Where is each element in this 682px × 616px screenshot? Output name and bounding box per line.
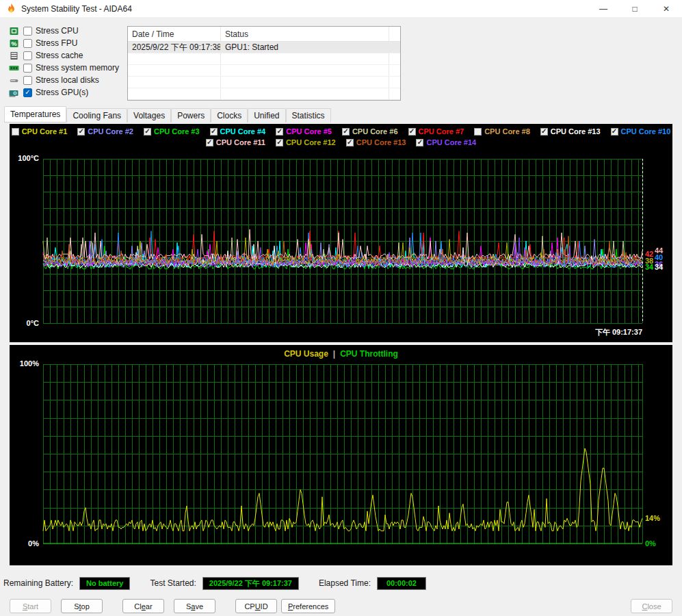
- legend-label: CPU Core #12: [286, 138, 336, 146]
- x-axis-time-label: 下午 09:17:37: [595, 328, 642, 336]
- legend-checkbox[interactable]: ✓: [408, 128, 416, 136]
- start-button[interactable]: Start: [10, 599, 51, 613]
- legend-item: ✓CPU Core #14: [416, 138, 476, 146]
- stress-checkbox[interactable]: [23, 27, 32, 36]
- tab-cooling-fans[interactable]: Cooling Fans: [66, 108, 127, 123]
- tab-voltages[interactable]: Voltages: [127, 108, 171, 123]
- fpu-icon: %: [8, 39, 20, 48]
- end-value-label: 14%: [645, 514, 660, 522]
- tab-statistics[interactable]: Statistics: [286, 108, 331, 123]
- save-button[interactable]: Save: [174, 599, 215, 613]
- legend-item: ✓CPU Core #10: [611, 127, 671, 136]
- preferences-button[interactable]: Preferences: [281, 599, 335, 613]
- stress-options-list: Stress CPU%Stress FPUStress cacheStress …: [8, 26, 119, 97]
- cpu-icon: [8, 27, 20, 36]
- cpu-usage-chart-panel: CPU Usage|CPU Throttling 100%0%14%0%: [10, 345, 672, 565]
- minimize-button[interactable]: —: [588, 0, 619, 17]
- legend-item: ✓CPU Core #7: [408, 127, 464, 136]
- tab-clocks[interactable]: Clocks: [211, 108, 248, 123]
- tab-strip: TemperaturesCooling FansVoltagesPowersCl…: [4, 107, 682, 123]
- legend-label: CPU Core #3: [154, 127, 200, 136]
- tab-temperatures[interactable]: Temperatures: [4, 106, 66, 123]
- end-value-label: 34: [655, 263, 664, 271]
- end-value-label: 0%: [645, 539, 656, 548]
- status-label: Test Started:: [150, 578, 196, 588]
- stress-option-label: Stress system memory: [36, 63, 119, 73]
- log-datetime: 2025/9/22 下午 09:17:38: [128, 42, 221, 53]
- stress-option-label: Stress local disks: [36, 75, 99, 85]
- legend-checkbox[interactable]: ✓: [77, 128, 85, 136]
- legend-label: CPU Core #1: [22, 127, 68, 136]
- stress-checkbox[interactable]: [23, 39, 32, 48]
- legend-checkbox[interactable]: ✓: [276, 139, 283, 146]
- event-log-header: Date / Time Status: [128, 27, 400, 42]
- stress-option-row: Stress system memory: [8, 63, 119, 73]
- close-window-button[interactable]: ✕: [651, 0, 682, 17]
- status-value-box: 00:00:02: [377, 577, 426, 590]
- legend-item: ✓CPU Core #3: [144, 127, 200, 136]
- cpu-usage-chart: 100%0%14%0%: [10, 345, 672, 565]
- tab-unified[interactable]: Unified: [248, 108, 285, 123]
- stress-option-row: Stress local disks: [8, 75, 119, 85]
- stress-checkbox[interactable]: [23, 64, 32, 73]
- legend-checkbox[interactable]: [474, 128, 482, 136]
- legend-checkbox[interactable]: ✓: [342, 128, 350, 136]
- status-value-box: 2025/9/22 下午 09:17:37: [202, 577, 299, 590]
- legend-label: CPU Core #14: [426, 138, 476, 146]
- app-flame-icon: [6, 3, 16, 14]
- stress-checkbox[interactable]: ✓: [23, 88, 32, 97]
- log-empty-cell: [389, 42, 400, 53]
- svg-text:%: %: [11, 40, 16, 47]
- legend-row-1: CPU Core #1✓CPU Core #2✓CPU Core #3✓CPU …: [10, 127, 672, 136]
- legend-checkbox[interactable]: ✓: [276, 128, 283, 136]
- stress-checkbox[interactable]: [23, 76, 32, 85]
- legend-label: CPU Core #13: [356, 138, 406, 146]
- event-log-table: Date / Time Status 2025/9/22 下午 09:17:38…: [127, 26, 401, 101]
- button-row: StartStopClearSaveCPUIDPreferencesClose: [10, 599, 672, 613]
- stress-checkbox[interactable]: [23, 51, 32, 60]
- event-log-body: 2025/9/22 下午 09:17:38GPU1: Started: [128, 42, 400, 100]
- legend-label: CPU Core #4: [220, 127, 266, 136]
- legend-item: ✓CPU Core #4: [210, 127, 266, 136]
- cache-icon: [8, 51, 20, 60]
- y-axis-bottom-label: 0%: [28, 539, 39, 548]
- legend-checkbox[interactable]: ✓: [540, 128, 548, 136]
- legend-checkbox[interactable]: ✓: [206, 139, 213, 146]
- cpuid-button[interactable]: CPUID: [235, 599, 277, 613]
- window-title: System Stability Test - AIDA64: [21, 4, 132, 14]
- legend-checkbox[interactable]: ✓: [611, 128, 618, 136]
- log-row[interactable]: 2025/9/22 下午 09:17:38GPU1: Started: [128, 42, 400, 53]
- y-axis-top-label: 100°C: [18, 154, 39, 162]
- column-header-datetime[interactable]: Date / Time: [128, 27, 221, 41]
- end-value-label: 34: [645, 263, 654, 271]
- temperature-chart-panel: CPU Core #1✓CPU Core #2✓CPU Core #3✓CPU …: [10, 124, 672, 342]
- legend-checkbox[interactable]: ✓: [210, 128, 218, 136]
- clear-button[interactable]: Clear: [122, 599, 164, 613]
- legend-label: CPU Core #10: [621, 127, 671, 136]
- stress-option-row: Stress cache: [8, 51, 119, 60]
- legend-item: CPU Core #8: [474, 127, 530, 136]
- log-empty-row: [128, 53, 400, 65]
- legend-item: CPU Core #1: [12, 127, 68, 136]
- log-status: GPU1: Started: [221, 42, 389, 53]
- close-button[interactable]: Close: [631, 599, 672, 613]
- legend-checkbox[interactable]: [12, 128, 19, 136]
- temperature-chart: 100°C0°C42383444403634下午 09:17:37: [10, 124, 672, 342]
- legend-item: ✓CPU Core #13: [346, 138, 406, 146]
- legend-checkbox[interactable]: ✓: [144, 128, 151, 136]
- tab-powers[interactable]: Powers: [171, 108, 211, 123]
- legend-checkbox[interactable]: ✓: [416, 139, 423, 146]
- legend-row-2: ✓CPU Core #11✓CPU Core #12✓CPU Core #13✓…: [10, 138, 672, 146]
- stress-option-label: Stress FPU: [36, 38, 77, 48]
- stress-option-label: Stress GPU(s): [36, 88, 88, 97]
- status-value-box: No battery: [79, 577, 130, 590]
- stop-button[interactable]: Stop: [61, 599, 103, 613]
- legend-item: ✓CPU Core #13: [540, 127, 601, 136]
- legend-checkbox[interactable]: ✓: [346, 139, 354, 146]
- maximize-button[interactable]: □: [619, 0, 651, 17]
- temperature-legend: CPU Core #1✓CPU Core #2✓CPU Core #3✓CPU …: [10, 127, 672, 146]
- stress-option-label: Stress cache: [36, 51, 83, 60]
- legend-label: CPU Core #11: [216, 138, 265, 146]
- legend-item: ✓CPU Core #6: [342, 127, 398, 136]
- column-header-status[interactable]: Status: [221, 27, 389, 41]
